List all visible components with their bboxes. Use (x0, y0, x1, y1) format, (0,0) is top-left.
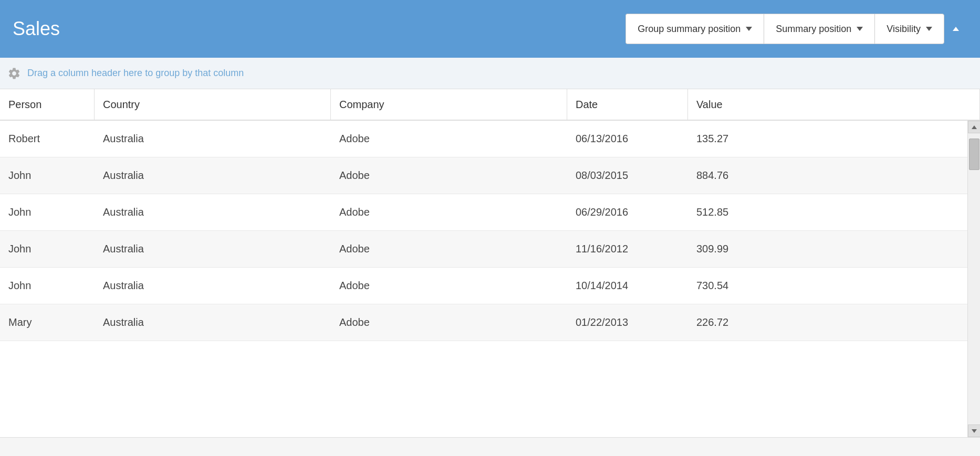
table-row[interactable]: Robert Australia Adobe 06/13/2016 135.27 (0, 121, 967, 157)
summary-position-label: Summary position (776, 24, 851, 35)
cell-date: 01/22/2013 (567, 304, 688, 341)
column-header-person[interactable]: Person (0, 89, 95, 120)
cell-value: 730.54 (688, 268, 967, 304)
cell-value: 135.27 (688, 121, 967, 157)
scroll-down-arrow-icon (972, 429, 977, 433)
chevron-down-icon (746, 27, 752, 31)
summary-position-button[interactable]: Summary position (764, 14, 874, 44)
cell-company: Adobe (331, 231, 567, 267)
table-row[interactable]: John Australia Adobe 10/14/2014 730.54 (0, 268, 967, 304)
visibility-button[interactable]: Visibility (874, 14, 944, 44)
column-headers: Person Country Company Date Value (0, 89, 980, 121)
cell-company: Adobe (331, 268, 567, 304)
group-summary-position-button[interactable]: Group summary position (625, 14, 764, 44)
cell-company: Adobe (331, 194, 567, 230)
cell-country: Australia (95, 194, 331, 230)
cell-person: John (0, 157, 95, 194)
chevron-down-icon (926, 27, 932, 31)
cell-person: Robert (0, 121, 95, 157)
header-controls: Group summary position Summary position … (625, 14, 967, 44)
footer (0, 437, 980, 456)
column-header-date[interactable]: Date (567, 89, 688, 120)
scroll-track[interactable] (968, 133, 980, 425)
cell-date: 10/14/2014 (567, 268, 688, 304)
cell-company: Adobe (331, 157, 567, 194)
cell-country: Australia (95, 231, 331, 267)
cell-date: 06/29/2016 (567, 194, 688, 230)
cell-person: John (0, 268, 95, 304)
scroll-down-button[interactable] (968, 425, 980, 437)
cell-date: 11/16/2012 (567, 231, 688, 267)
cell-company: Adobe (331, 304, 567, 341)
table-row[interactable]: John Australia Adobe 11/16/2012 309.99 (0, 231, 967, 268)
cell-person: John (0, 194, 95, 230)
cell-date: 06/13/2016 (567, 121, 688, 157)
cell-country: Australia (95, 121, 331, 157)
column-header-company[interactable]: Company (331, 89, 567, 120)
page-title: Sales (13, 18, 625, 40)
table-row[interactable]: John Australia Adobe 06/29/2016 512.85 (0, 194, 967, 231)
scroll-up-arrow-icon (972, 125, 977, 129)
cell-value: 884.76 (688, 157, 967, 194)
group-bar-placeholder: Drag a column header here to group by th… (27, 68, 244, 79)
group-bar: Drag a column header here to group by th… (0, 58, 980, 89)
cell-date: 08/03/2015 (567, 157, 688, 194)
cell-value: 226.72 (688, 304, 967, 341)
cell-country: Australia (95, 304, 331, 341)
group-summary-position-label: Group summary position (638, 24, 741, 35)
cell-person: John (0, 231, 95, 267)
cell-country: Australia (95, 268, 331, 304)
table-row[interactable]: Mary Australia Adobe 01/22/2013 226.72 (0, 304, 967, 341)
table-rows: Robert Australia Adobe 06/13/2016 135.27… (0, 121, 967, 437)
chevron-down-icon (857, 27, 863, 31)
column-header-country[interactable]: Country (95, 89, 331, 120)
collapse-button[interactable] (944, 27, 967, 31)
header: Sales Group summary position Summary pos… (0, 0, 980, 58)
chevron-up-icon (953, 27, 959, 31)
scroll-up-button[interactable] (968, 121, 980, 133)
cell-company: Adobe (331, 121, 567, 157)
visibility-label: Visibility (887, 24, 921, 35)
column-header-value[interactable]: Value (688, 89, 980, 120)
gear-icon (7, 67, 21, 80)
scrollbar (967, 121, 980, 437)
cell-person: Mary (0, 304, 95, 341)
app-container: Sales Group summary position Summary pos… (0, 0, 980, 456)
cell-country: Australia (95, 157, 331, 194)
table-row[interactable]: John Australia Adobe 08/03/2015 884.76 (0, 157, 967, 194)
cell-value: 512.85 (688, 194, 967, 230)
scroll-thumb[interactable] (969, 139, 979, 170)
cell-value: 309.99 (688, 231, 967, 267)
table-body: Robert Australia Adobe 06/13/2016 135.27… (0, 121, 980, 437)
